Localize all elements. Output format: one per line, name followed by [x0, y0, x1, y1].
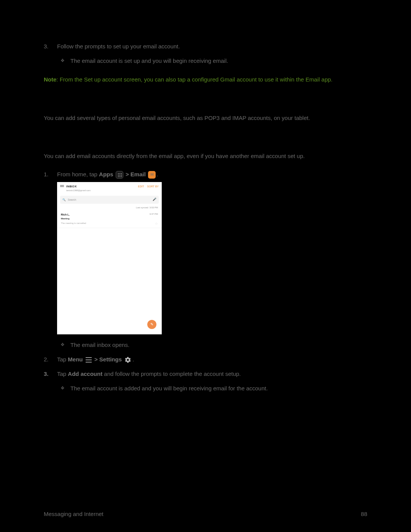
apps-icon	[116, 171, 123, 179]
sub-item-text: The email account is set up and you will…	[70, 58, 228, 64]
sub-item-text: The email account is added and you will …	[70, 385, 268, 391]
ss-sender: Rich L.	[61, 212, 70, 217]
menu-label: Menu	[68, 356, 83, 363]
add-account-label: Add account	[68, 371, 102, 377]
list-number: 3.	[44, 42, 49, 51]
star-icon: ☆	[155, 221, 158, 226]
step-3: 3. Tap Add account and follow the prompt…	[57, 369, 367, 393]
ss-search-bar: 🔍 Search 🎤	[60, 196, 159, 204]
footer-section-title: Messaging and Internet	[44, 510, 104, 519]
step-number: 2.	[44, 355, 49, 364]
settings-label: Settings	[99, 356, 122, 363]
step-text-pre: Tap	[57, 356, 68, 363]
sub-list-item: ❖ The email account is set up and you wi…	[70, 56, 367, 66]
ss-edit-action: EDIT	[138, 184, 144, 189]
settings-gear-icon	[124, 356, 131, 363]
apps-label: Apps	[99, 171, 113, 177]
step-text-post: .	[132, 356, 134, 363]
list-item-3: 3. Follow the prompts to set up your ema…	[57, 42, 367, 66]
page-footer: Messaging and Internet 88	[44, 510, 367, 519]
ss-menu-icon	[60, 185, 64, 187]
ss-inbox-label: INBOX	[66, 184, 138, 189]
ss-subject: Meeting	[61, 217, 158, 221]
step-number: 1.	[44, 170, 49, 179]
footer-page-number: 88	[361, 510, 367, 519]
ss-time: 3:47 PM	[150, 212, 158, 217]
step-text-pre: Tap	[57, 371, 68, 377]
ss-sort-action: SORT BY	[147, 184, 159, 189]
ss-account-email: teststv1398@gmail.com	[66, 189, 138, 193]
step-3-sub: ❖ The email account is added and you wil…	[70, 384, 367, 393]
compose-fab-icon: ✎	[147, 320, 156, 329]
list-text: Follow the prompts to set up your email …	[57, 43, 180, 50]
ss-last-synced: Last synced: 3:53 PM	[57, 206, 162, 211]
intro-paragraph-2: You can add email accounts directly from…	[44, 152, 367, 161]
email-icon: ✉	[148, 171, 156, 179]
step-1-sub: ❖ The email inbox opens.	[70, 340, 367, 350]
ss-preview-text: The meeting is cancelled	[61, 222, 86, 225]
search-icon: 🔍	[62, 198, 66, 202]
diamond-bullet-icon: ❖	[61, 57, 65, 64]
sub-item-text: The email inbox opens.	[70, 342, 129, 348]
step-text-post: .	[156, 171, 158, 177]
separator: >	[94, 356, 99, 363]
separator: >	[126, 171, 131, 177]
ss-search-placeholder: Search	[68, 198, 76, 202]
note-block: Note: From the Set up account screen, yo…	[44, 75, 367, 85]
email-inbox-screenshot: INBOX teststv1398@gmail.com EDIT SORT BY…	[57, 182, 162, 334]
note-label: Note	[44, 76, 56, 83]
intro-paragraph-1: You can add several types of personal em…	[44, 113, 367, 123]
menu-icon	[86, 357, 92, 363]
step-number: 3.	[44, 369, 49, 379]
microphone-icon: 🎤	[153, 197, 156, 202]
email-label: Email	[131, 171, 146, 177]
diamond-bullet-icon: ❖	[61, 385, 65, 392]
step-text-pre: From home, tap	[57, 171, 99, 177]
note-text: : From the Set up account screen, you ca…	[56, 76, 332, 83]
step-2: 2. Tap Menu > Settings .	[57, 355, 367, 364]
ss-message-row: Rich L. 3:47 PM Meeting The meeting is c…	[57, 211, 162, 228]
step-text-post: and follow the prompts to complete the a…	[102, 371, 241, 377]
step-1: 1. From home, tap Apps > Email ✉. INBOX …	[57, 170, 367, 350]
diamond-bullet-icon: ❖	[61, 341, 65, 348]
